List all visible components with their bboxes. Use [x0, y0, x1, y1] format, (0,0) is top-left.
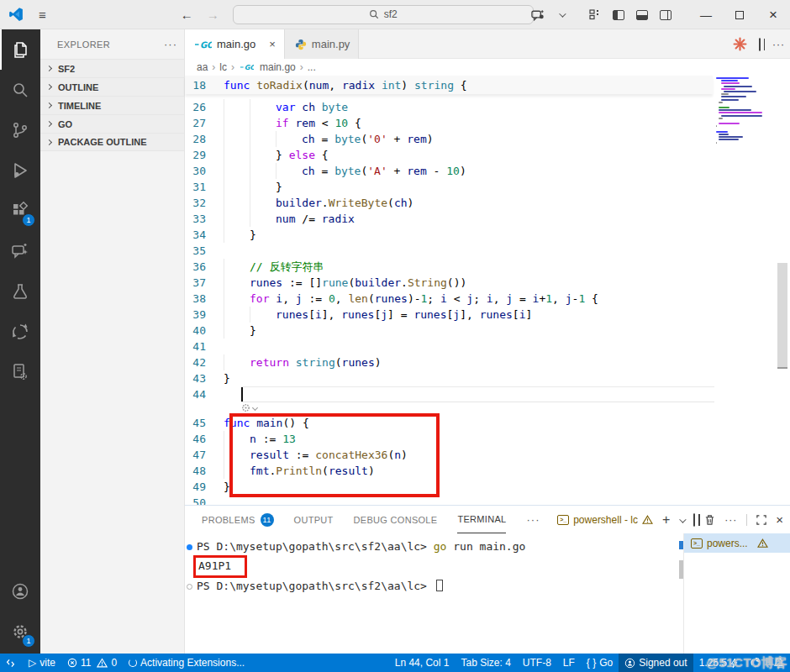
panel-more-tabs-icon[interactable]: ···: [526, 513, 540, 526]
line-number[interactable]: 29: [185, 147, 224, 163]
code-line[interactable]: 34}: [185, 227, 790, 243]
breadcrumb[interactable]: aa›lc›GOmain.go›...: [185, 59, 790, 76]
line-number[interactable]: 48: [185, 463, 224, 479]
maximize-panel-icon[interactable]: [756, 515, 766, 525]
line-number[interactable]: 44: [185, 386, 224, 402]
terminal-shell-label[interactable]: >_ powershell - lc: [557, 514, 653, 526]
activity-bar-item-extensions[interactable]: 1: [0, 191, 40, 231]
run-code-icon[interactable]: [733, 37, 747, 51]
code-line[interactable]: 30ch = byte('A' + rem - 10): [185, 163, 790, 179]
menu-hamburger-icon[interactable]: ≡: [39, 8, 46, 22]
line-number[interactable]: 50: [185, 495, 224, 505]
line-number[interactable]: 39: [185, 307, 224, 323]
eol-status[interactable]: LF: [557, 654, 581, 672]
code-line[interactable]: 28ch = byte('0' + rem): [185, 131, 790, 147]
breadcrumb-item[interactable]: lc: [219, 61, 227, 73]
activity-bar-item-source-control[interactable]: [0, 110, 40, 150]
cursor-position-status[interactable]: Ln 44, Col 1: [389, 654, 456, 672]
code-line[interactable]: 43}: [185, 370, 790, 386]
split-editor-icon[interactable]: [759, 39, 761, 50]
breadcrumb-item[interactable]: main.go: [260, 61, 296, 73]
code-line[interactable]: 39runes[i], runes[j] = runes[j], runes[i…: [185, 307, 790, 323]
code-line[interactable]: 41: [185, 339, 790, 354]
line-number[interactable]: 37: [185, 275, 224, 291]
activity-bar-item-search[interactable]: [0, 70, 40, 110]
activity-bar-item-source-control-graph[interactable]: [0, 312, 40, 352]
terminal-scroll-thumb[interactable]: [679, 560, 683, 579]
close-tab-icon[interactable]: ×: [269, 38, 276, 50]
code-line[interactable]: 32builder.WriteByte(ch): [185, 195, 790, 211]
remote-indicator[interactable]: [0, 654, 23, 672]
command-decoration-filled[interactable]: [187, 544, 192, 550]
nav-back-icon[interactable]: ←: [181, 8, 193, 22]
line-number[interactable]: 43: [185, 370, 224, 386]
panel-tab-problems[interactable]: PROBLEMS11: [202, 506, 274, 533]
line-number[interactable]: 28: [185, 131, 224, 147]
activity-bar-item-snippets[interactable]: [0, 352, 40, 392]
minimize-button[interactable]: —: [689, 0, 723, 29]
sidebar-section-outline[interactable]: OUTLINE: [40, 77, 184, 96]
minimap[interactable]: [716, 77, 765, 186]
customize-layout-icon[interactable]: [583, 0, 607, 29]
panel-tab-output[interactable]: OUTPUT: [294, 506, 334, 533]
sparkle-gear-icon[interactable]: [241, 403, 257, 412]
sidebar-section-timeline[interactable]: TIMELINE: [40, 96, 184, 114]
editor-tab-main.py[interactable]: main.py: [285, 29, 360, 59]
code-line[interactable]: 40}: [185, 323, 790, 339]
notifications-bell-icon[interactable]: [767, 654, 790, 672]
code-line[interactable]: 35: [185, 243, 790, 259]
line-number[interactable]: 46: [185, 431, 224, 447]
activity-bar-item-settings[interactable]: 1: [0, 612, 40, 652]
new-terminal-icon[interactable]: +: [662, 512, 670, 528]
encoding-status[interactable]: UTF-8: [517, 654, 557, 672]
line-number[interactable]: 26: [185, 99, 224, 115]
sidebar-more-actions-icon[interactable]: ···: [164, 38, 177, 50]
kill-terminal-icon[interactable]: [704, 514, 715, 526]
close-window-button[interactable]: ×: [756, 0, 790, 29]
terminal-line[interactable]: PS D:\mysetup\gopath\src\sf2\aa\lc>: [197, 578, 679, 595]
activity-bar-item-account[interactable]: [0, 571, 40, 612]
line-number[interactable]: 42: [185, 354, 224, 370]
maximize-button[interactable]: [723, 0, 756, 29]
tab-size-status[interactable]: Tab Size: 4: [455, 654, 516, 672]
line-number[interactable]: 40: [185, 323, 224, 339]
version-status[interactable]: 1.25.5: [693, 654, 744, 672]
breadcrumb-item[interactable]: ...: [308, 61, 316, 73]
copilot-icon[interactable]: [526, 0, 550, 29]
panel-tab-debug-console[interactable]: DEBUG CONSOLE: [354, 506, 438, 533]
line-number[interactable]: 27: [185, 115, 224, 131]
toggle-secondary-sidebar-icon[interactable]: [654, 0, 677, 29]
panel-tab-terminal[interactable]: TERMINAL: [457, 506, 506, 533]
terminal[interactable]: PS D:\mysetup\gopath\src\sf2\aa\lc> go r…: [185, 533, 679, 654]
terminal-line[interactable]: A91P1: [197, 555, 679, 578]
problems-status[interactable]: 11 0: [61, 654, 123, 672]
split-terminal-icon[interactable]: [693, 514, 695, 526]
command-center-search[interactable]: sf2: [233, 5, 534, 24]
activity-bar-item-explorer[interactable]: [0, 29, 40, 70]
line-number[interactable]: 45: [185, 415, 224, 431]
activity-bar-item-run-debug[interactable]: [0, 150, 40, 191]
line-number[interactable]: 38: [185, 291, 224, 307]
line-number[interactable]: 34: [185, 227, 224, 243]
activity-bar-item-testing[interactable]: [0, 271, 40, 312]
command-decoration-hollow[interactable]: [187, 584, 192, 590]
line-number[interactable]: 30: [185, 163, 224, 179]
language-status[interactable]: { } Go: [581, 654, 619, 672]
toggle-primary-sidebar-icon[interactable]: [607, 0, 630, 29]
code-line[interactable]: 42return string(runes): [185, 354, 790, 370]
line-number[interactable]: 41: [185, 339, 224, 354]
sticky-scroll-line[interactable]: 18func toRadix(num, radix int) string {: [185, 76, 713, 94]
editor-scrollbar[interactable]: [777, 76, 788, 505]
terminal-line[interactable]: PS D:\mysetup\gopath\src\sf2\aa\lc> go r…: [197, 538, 679, 555]
line-number[interactable]: 47: [185, 447, 224, 463]
line-number[interactable]: 35: [185, 243, 224, 259]
sidebar-section-go[interactable]: GO: [40, 114, 184, 133]
line-number[interactable]: 32: [185, 195, 224, 211]
go-status-icon[interactable]: [744, 654, 767, 672]
signin-status[interactable]: Signed out: [619, 654, 693, 672]
code-line[interactable]: 33num /= radix: [185, 211, 790, 227]
code-line[interactable]: 31}: [185, 179, 790, 195]
sidebar-section-sf2[interactable]: SF2: [40, 59, 184, 77]
line-number[interactable]: 31: [185, 179, 224, 195]
breadcrumb-item[interactable]: aa: [197, 61, 208, 73]
